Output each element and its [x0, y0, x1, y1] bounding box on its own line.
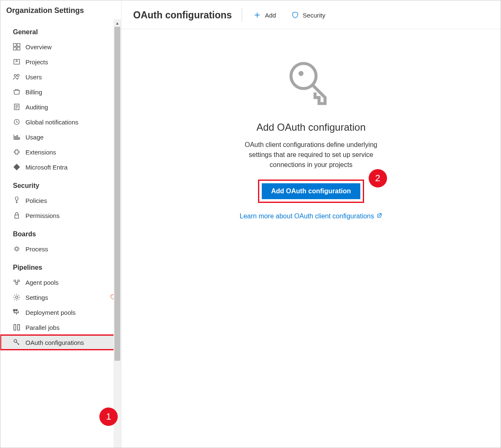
learn-more-link[interactable]: Learn more about OAuth client configurat… — [240, 213, 382, 220]
section-header-pipelines: Pipelines — [0, 256, 121, 275]
svg-rect-0 — [13, 43, 16, 46]
nav-label: Agent pools — [25, 279, 115, 286]
nav-item-permissions[interactable]: Permissions — [0, 208, 121, 223]
page-title: OAuth configurations — [133, 10, 242, 21]
svg-point-12 — [15, 197, 18, 200]
security-label: Security — [303, 12, 325, 19]
plus-icon — [254, 12, 261, 18]
svg-rect-2 — [13, 47, 16, 50]
svg-rect-10 — [17, 136, 18, 139]
security-button[interactable]: Security — [288, 9, 329, 21]
nav-item-agent-pools[interactable]: Agent pools — [0, 275, 121, 290]
entra-icon — [13, 163, 20, 171]
agent-pools-icon — [13, 278, 20, 286]
svg-point-18 — [15, 296, 18, 299]
svg-rect-1 — [17, 43, 20, 46]
auditing-icon — [13, 103, 20, 111]
nav-item-overview[interactable]: Overview — [0, 39, 121, 54]
key-icon — [13, 339, 20, 346]
svg-rect-19 — [13, 309, 15, 311]
external-link-icon — [377, 213, 382, 220]
empty-state-description: OAuth client configurations define under… — [242, 140, 380, 170]
svg-rect-9 — [15, 137, 16, 139]
nav-label: Parallel jobs — [25, 324, 115, 331]
nav-label: Policies — [25, 197, 115, 204]
settings-icon — [13, 294, 20, 301]
nav-item-usage[interactable]: Usage — [0, 129, 121, 144]
svg-rect-3 — [17, 47, 20, 50]
nav-label: Microsoft Entra — [25, 164, 115, 171]
svg-rect-11 — [19, 137, 20, 139]
extensions-icon — [13, 148, 20, 156]
nav-label: Settings — [25, 294, 105, 301]
process-icon — [13, 245, 20, 253]
policies-icon — [13, 197, 20, 204]
scroll-thumb[interactable] — [114, 27, 120, 361]
primary-button-highlight: Add OAuth configuration 2 — [259, 181, 362, 202]
nav-label: OAuth configurations — [25, 339, 115, 346]
nav-item-policies[interactable]: Policies — [0, 193, 121, 208]
notifications-icon — [13, 118, 20, 126]
nav-label: Overview — [25, 43, 115, 51]
main-header: OAuth configurations Add Security — [121, 0, 501, 29]
parallel-jobs-icon — [13, 324, 20, 331]
settings-sidebar: Organization Settings General Overview P… — [0, 0, 121, 448]
sidebar-title: Organization Settings — [0, 0, 121, 19]
callout-badge-2: 2 — [369, 169, 387, 187]
svg-point-5 — [14, 74, 16, 76]
billing-icon — [13, 88, 20, 96]
svg-point-25 — [299, 71, 304, 76]
nav-item-pipeline-settings[interactable]: Settings — [0, 290, 121, 305]
nav-item-parallel-jobs[interactable]: Parallel jobs — [0, 320, 121, 335]
nav-label: Global notifications — [25, 119, 115, 126]
usage-icon — [13, 133, 20, 141]
nav-label: Deployment pools — [25, 309, 115, 316]
deployment-pools-icon — [13, 309, 20, 316]
projects-icon — [13, 58, 20, 66]
svg-rect-22 — [18, 324, 20, 330]
nav-item-oauth-configurations[interactable]: OAuth configurations — [0, 335, 121, 350]
key-illustration-icon — [286, 58, 336, 110]
overview-icon — [13, 43, 20, 51]
svg-point-14 — [15, 248, 18, 251]
users-icon — [13, 73, 20, 81]
nav-item-users[interactable]: Users — [0, 69, 121, 84]
nav-label: Users — [25, 73, 115, 81]
nav-label: Billing — [25, 89, 115, 96]
learn-more-label: Learn more about OAuth client configurat… — [240, 213, 374, 220]
callout-badge-1: 1 — [99, 408, 118, 426]
nav-item-billing[interactable]: Billing — [0, 84, 121, 99]
nav-item-projects[interactable]: Projects — [0, 54, 121, 69]
section-header-general: General — [0, 21, 121, 39]
sidebar-scroll-area: General Overview Projects Users Billing … — [0, 19, 121, 448]
svg-point-6 — [17, 74, 19, 76]
empty-state-title: Add OAuth configuration — [256, 121, 366, 133]
svg-rect-20 — [16, 309, 17, 311]
permissions-icon — [13, 212, 20, 219]
nav-item-microsoft-entra[interactable]: Microsoft Entra — [0, 159, 121, 175]
nav-item-deployment-pools[interactable]: Deployment pools — [0, 305, 121, 320]
nav-label: Usage — [25, 134, 115, 141]
sidebar-scrollbar[interactable]: ▲ — [114, 19, 121, 448]
empty-state: Add OAuth configuration OAuth client con… — [121, 29, 501, 448]
nav-label: Auditing — [25, 104, 115, 111]
nav-item-extensions[interactable]: Extensions — [0, 144, 121, 159]
nav-label: Process — [25, 246, 115, 253]
nav-label: Projects — [25, 58, 115, 66]
add-label: Add — [265, 12, 276, 19]
nav-item-process[interactable]: Process — [0, 241, 121, 256]
section-header-security: Security — [0, 175, 121, 193]
nav-label: Permissions — [25, 212, 115, 219]
add-button[interactable]: Add — [250, 9, 280, 21]
shield-icon — [292, 12, 299, 18]
svg-rect-13 — [15, 215, 19, 218]
section-header-boards: Boards — [0, 223, 121, 241]
add-oauth-configuration-button[interactable]: Add OAuth configuration — [262, 183, 360, 199]
nav-item-global-notifications[interactable]: Global notifications — [0, 114, 121, 129]
main-content: OAuth configurations Add Security Add OA… — [121, 0, 501, 448]
nav-item-auditing[interactable]: Auditing — [0, 99, 121, 114]
svg-rect-21 — [14, 324, 16, 330]
header-divider — [242, 8, 242, 22]
nav-label: Extensions — [25, 149, 115, 156]
scroll-up-arrow-icon[interactable]: ▲ — [114, 19, 121, 27]
